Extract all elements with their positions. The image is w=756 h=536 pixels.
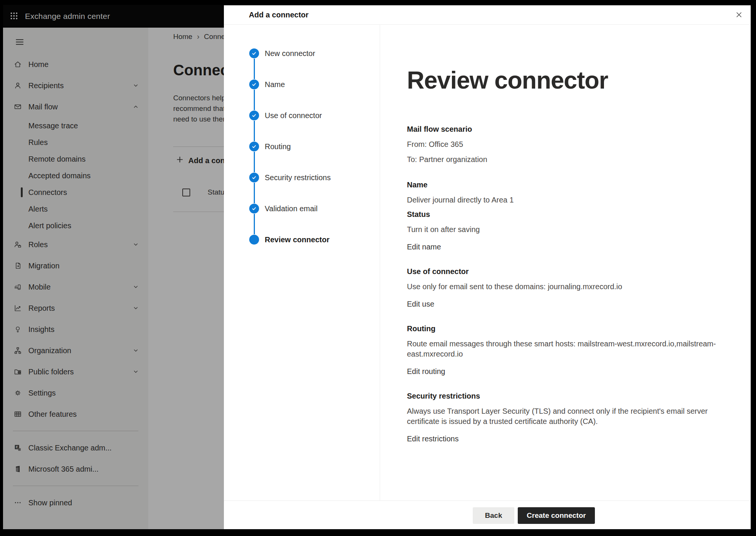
section-heading: Security restrictions bbox=[407, 392, 721, 400]
section-heading: Mail flow scenario bbox=[407, 125, 721, 134]
section-line: Deliver journal directly to Area 1 bbox=[407, 195, 721, 205]
panel-title: Add a connector bbox=[249, 11, 309, 19]
panel-header: Add a connector bbox=[224, 5, 751, 25]
step-label: Security restrictions bbox=[265, 173, 331, 182]
section-line: Route email messages through these smart… bbox=[407, 339, 721, 359]
edit-link-edit-routing[interactable]: Edit routing bbox=[407, 367, 445, 376]
review-sections: Mail flow scenarioFrom: Office 365To: Pa… bbox=[407, 125, 721, 443]
section-heading: Use of connector bbox=[407, 267, 721, 276]
review-content: Review connector Mail flow scenarioFrom:… bbox=[407, 25, 721, 459]
screenshot-frame: Exchange admin center HomeRecipientsMail… bbox=[0, 0, 756, 536]
review-section-mail-flow-scenario: Mail flow scenarioFrom: Office 365To: Pa… bbox=[407, 125, 721, 165]
step-label: Name bbox=[265, 80, 285, 89]
step-review-connector[interactable]: Review connector bbox=[249, 235, 380, 245]
section-heading: Routing bbox=[407, 324, 721, 333]
app-window: Exchange admin center HomeRecipientsMail… bbox=[3, 5, 751, 529]
section-line: Use only for email sent to these domains… bbox=[407, 282, 721, 292]
back-button[interactable]: Back bbox=[473, 507, 514, 524]
step-current-icon bbox=[249, 235, 259, 245]
step-label: New connector bbox=[265, 49, 315, 58]
step-new-connector[interactable]: New connector bbox=[249, 48, 380, 58]
step-use-of-connector[interactable]: Use of connector bbox=[249, 111, 380, 120]
panel-body: New connectorNameUse of connectorRouting… bbox=[224, 25, 751, 500]
close-button[interactable] bbox=[733, 9, 745, 22]
step-security-restrictions[interactable]: Security restrictions bbox=[249, 173, 380, 182]
close-icon bbox=[735, 11, 743, 20]
review-section-security-restrictions: Security restrictionsAlways use Transpor… bbox=[407, 392, 721, 443]
step-label: Validation email bbox=[265, 204, 318, 213]
step-name[interactable]: Name bbox=[249, 79, 380, 89]
section-heading: Name bbox=[407, 181, 721, 189]
section-line: From: Office 365 bbox=[407, 139, 721, 150]
section-line: To: Partner organization bbox=[407, 154, 721, 165]
step-complete-icon bbox=[249, 79, 259, 89]
section-subheading: Status bbox=[407, 210, 721, 219]
review-section-name: NameDeliver journal directly to Area 1St… bbox=[407, 181, 721, 251]
edit-link-edit-use[interactable]: Edit use bbox=[407, 300, 434, 309]
step-complete-icon bbox=[249, 204, 259, 213]
step-complete-icon bbox=[249, 111, 259, 120]
wizard-stepper: New connectorNameUse of connectorRouting… bbox=[224, 48, 380, 245]
section-line: Turn it on after saving bbox=[407, 224, 721, 235]
step-label: Routing bbox=[265, 142, 291, 151]
review-title: Review connector bbox=[407, 25, 721, 94]
edit-link-edit-restrictions[interactable]: Edit restrictions bbox=[407, 435, 459, 443]
add-connector-panel: Add a connector New connectorNameUse of … bbox=[224, 5, 751, 529]
step-label: Use of connector bbox=[265, 111, 322, 120]
step-complete-icon bbox=[249, 173, 259, 182]
create-connector-button[interactable]: Create connector bbox=[518, 507, 595, 524]
review-section-use-of-connector: Use of connectorUse only for email sent … bbox=[407, 267, 721, 309]
edit-link-edit-name[interactable]: Edit name bbox=[407, 243, 441, 251]
step-complete-icon bbox=[249, 142, 259, 151]
review-section-routing: RoutingRoute email messages through thes… bbox=[407, 324, 721, 376]
panel-footer: Back Create connector bbox=[224, 500, 751, 529]
step-validation-email[interactable]: Validation email bbox=[249, 204, 380, 213]
section-line: Always use Transport Layer Security (TLS… bbox=[407, 406, 721, 427]
step-routing[interactable]: Routing bbox=[249, 142, 380, 151]
step-label: Review connector bbox=[265, 235, 329, 244]
wizard-stepper-column: New connectorNameUse of connectorRouting… bbox=[224, 25, 380, 500]
step-complete-icon bbox=[249, 48, 259, 58]
